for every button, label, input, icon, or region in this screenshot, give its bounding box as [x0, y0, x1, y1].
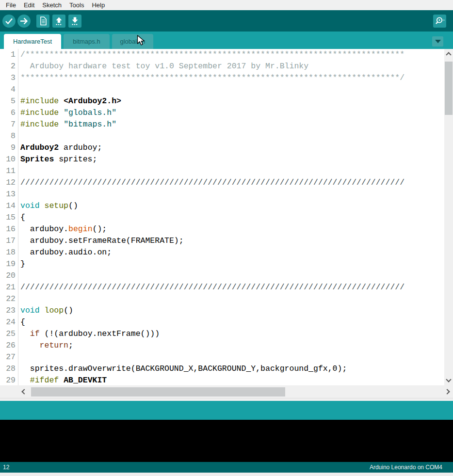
code-line[interactable]: 13 — [0, 189, 453, 200]
code-line-text: return; — [18, 340, 73, 351]
code-line-text: #include "bitmaps.h" — [18, 119, 116, 130]
code-line[interactable]: 14void setup() — [0, 200, 453, 212]
scroll-right-button[interactable] — [442, 385, 452, 398]
line-number: 28 — [0, 363, 18, 375]
scroll-up-button[interactable] — [444, 50, 453, 60]
code-lines: 1/**************************************… — [0, 49, 453, 385]
code-line-text: arduboy.audio.on; — [18, 247, 112, 258]
menu-edit[interactable]: Edit — [20, 0, 38, 10]
tab-bitmaps-h[interactable]: bitmaps.h — [64, 34, 110, 49]
tab-globals-h[interactable]: globals.h — [112, 34, 153, 49]
line-number: 4 — [0, 84, 18, 95]
code-line-text: void loop() — [18, 305, 73, 317]
code-line[interactable]: 3***************************************… — [0, 72, 453, 84]
code-line-text: #include "globals.h" — [18, 107, 116, 119]
code-line-text: } — [18, 258, 25, 270]
line-number: 14 — [0, 200, 18, 212]
code-line-text: { — [18, 212, 25, 223]
tab-bar: HardwareTest bitmaps.h globals.h — [0, 32, 453, 49]
code-line-text: Sprites sprites; — [18, 154, 97, 165]
scroll-down-button[interactable] — [444, 375, 453, 384]
code-line[interactable]: 20 — [0, 270, 453, 282]
chevron-up-icon — [446, 52, 451, 57]
line-number: 10 — [0, 154, 18, 165]
line-number: 22 — [0, 293, 18, 305]
line-number: 9 — [0, 142, 18, 154]
verify-button[interactable] — [2, 15, 16, 28]
toolbar — [0, 10, 453, 32]
code-line-text: ****************************************… — [18, 72, 404, 84]
code-line[interactable]: 9Arduboy2 arduboy; — [0, 142, 453, 154]
save-button[interactable] — [68, 15, 81, 28]
code-line[interactable]: 2 Arduboy hardware test toy v1.0 Septemb… — [0, 61, 453, 72]
code-line[interactable]: 8 — [0, 130, 453, 142]
code-line-text — [18, 130, 20, 142]
arrow-down-tray-icon — [68, 15, 81, 28]
open-button[interactable] — [52, 15, 65, 28]
code-line-text — [18, 84, 20, 95]
code-line[interactable]: 16 arduboy.begin(); — [0, 223, 453, 235]
new-sketch-button[interactable] — [36, 15, 49, 28]
line-number: 11 — [0, 165, 18, 177]
menu-file[interactable]: File — [2, 0, 20, 10]
tab-list-dropdown-button[interactable] — [432, 36, 443, 47]
code-line[interactable]: 5#include <Arduboy2.h> — [0, 95, 453, 107]
code-line[interactable]: 24{ — [0, 317, 453, 328]
code-line[interactable]: 6#include "globals.h" — [0, 107, 453, 119]
code-line-text — [18, 351, 20, 363]
arduino-ide-window: File Edit Sketch Tools Help — [0, 0, 453, 476]
code-line[interactable]: 23void loop() — [0, 305, 453, 317]
code-line[interactable]: 19} — [0, 258, 453, 270]
code-line[interactable]: 10Sprites sprites; — [0, 154, 453, 165]
horizontal-scrollbar-thumb[interactable] — [31, 387, 285, 397]
line-number: 1 — [0, 49, 18, 61]
code-line[interactable]: 1/**************************************… — [0, 49, 453, 61]
scroll-left-button[interactable] — [19, 385, 29, 398]
code-line[interactable]: 28 sprites.drawOverwrite(BACKGROUND_X,BA… — [0, 363, 453, 375]
vertical-scrollbar-thumb[interactable] — [445, 62, 453, 115]
menu-sketch[interactable]: Sketch — [38, 0, 65, 10]
line-number: 25 — [0, 328, 18, 340]
code-line[interactable]: 12//////////////////////////////////////… — [0, 177, 453, 189]
upload-button[interactable] — [17, 15, 31, 28]
line-number: 13 — [0, 189, 18, 200]
code-line[interactable]: 18 arduboy.audio.on; — [0, 247, 453, 258]
tab-hardwaretest[interactable]: HardwareTest — [4, 34, 61, 49]
vertical-scrollbar[interactable] — [444, 49, 453, 385]
menu-tools[interactable]: Tools — [65, 0, 88, 10]
code-line[interactable]: 25 if (!(arduboy.nextFrame())) — [0, 328, 453, 340]
menu-help[interactable]: Help — [88, 0, 109, 10]
code-line[interactable]: 21//////////////////////////////////////… — [0, 282, 453, 293]
code-line[interactable]: 7#include "bitmaps.h" — [0, 119, 453, 130]
code-line-text: ////////////////////////////////////////… — [18, 177, 404, 189]
code-line[interactable]: 4 — [0, 84, 453, 95]
line-number: 27 — [0, 351, 18, 363]
line-number: 23 — [0, 305, 18, 317]
code-line[interactable]: 26 return; — [0, 340, 453, 351]
horizontal-scrollbar[interactable] — [0, 385, 453, 398]
code-line[interactable]: 22 — [0, 293, 453, 305]
chevron-down-icon — [435, 40, 441, 43]
line-number: 3 — [0, 72, 18, 84]
status-message-bar — [0, 401, 453, 420]
line-number: 7 — [0, 119, 18, 130]
code-line[interactable]: 17 arduboy.setFrameRate(FRAMERATE); — [0, 235, 453, 247]
current-line-indicator: 12 — [3, 464, 9, 471]
code-line[interactable]: 29 #ifdef AB_DEVKIT — [0, 375, 453, 385]
code-line[interactable]: 15{ — [0, 212, 453, 223]
code-line[interactable]: 27 — [0, 351, 453, 363]
code-editor[interactable]: 1/**************************************… — [0, 49, 453, 385]
line-number: 8 — [0, 130, 18, 142]
line-number: 26 — [0, 340, 18, 351]
code-line-text: #ifdef AB_DEVKIT — [18, 375, 107, 385]
chevron-right-icon — [444, 389, 450, 394]
line-number: 6 — [0, 107, 18, 119]
line-number: 24 — [0, 317, 18, 328]
line-number: 19 — [0, 258, 18, 270]
chevron-down-icon — [446, 377, 451, 382]
code-line[interactable]: 11 — [0, 165, 453, 177]
code-line-text: #include <Arduboy2.h> — [18, 95, 121, 107]
line-number: 29 — [0, 375, 18, 385]
line-status-bar: 12 Arduino Leonardo on COM4 — [0, 462, 453, 473]
serial-monitor-button[interactable] — [433, 15, 446, 28]
